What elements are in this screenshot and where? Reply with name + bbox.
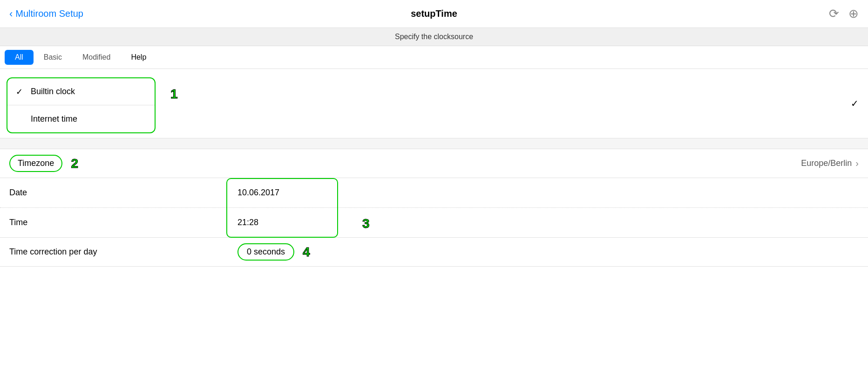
app-header: ‹ Multiroom Setup setupTime ⟳ ⊕ [0,0,868,28]
clocksource-internet-row[interactable]: Internet time [7,105,155,132]
tab-modified[interactable]: Modified [72,50,121,65]
section-separator [0,138,868,149]
date-value: 10.06.2017 [237,188,279,198]
annotation-1: 1 [170,87,178,102]
section-header: Specify the clocksource [0,28,868,46]
datetime-section: Date 10.06.2017 Time 21:28 3 [0,178,868,238]
page-title: setupTime [411,8,457,19]
builtin-label: Builtin clock [31,87,75,96]
time-label: Time [9,218,102,227]
timezone-value: Europe/Berlin [801,158,852,168]
internet-label: Internet time [31,114,77,124]
date-label: Date [9,188,102,198]
tab-help[interactable]: Help [121,50,156,65]
tab-bar: All Basic Modified Help [0,46,868,69]
correction-label: Time correction per day [9,247,196,257]
refresh-icon[interactable]: ⟳ [829,7,839,21]
time-value: 21:28 [237,218,258,227]
tab-basic[interactable]: Basic [34,50,72,65]
builtin-check-icon: ✓ [16,87,31,97]
correction-row[interactable]: Time correction per day 0 seconds 4 [0,238,868,267]
far-right-check-icon: ✓ [851,98,859,109]
back-label: Multiroom Setup [15,8,83,19]
globe-icon[interactable]: ⊕ [848,7,859,21]
main-content: ✓ Builtin clock Internet time 1 ✓ Timezo… [0,69,868,267]
header-actions: ⟳ ⊕ [829,7,859,21]
date-row[interactable]: Date 10.06.2017 [0,178,868,208]
clocksource-builtin-row[interactable]: ✓ Builtin clock [7,78,155,105]
timezone-row[interactable]: Timezone 2 Europe/Berlin › [0,149,868,178]
correction-value: 0 seconds [237,243,294,261]
annotation-2: 2 [71,156,78,171]
tab-all[interactable]: All [5,50,34,65]
clocksource-section: ✓ Builtin clock Internet time [7,77,156,133]
time-row[interactable]: Time 21:28 3 [0,208,868,238]
back-chevron-icon: ‹ [9,9,13,19]
timezone-label: Timezone [9,155,62,172]
annotation-3: 3 [362,216,370,231]
timezone-chevron-icon: › [855,158,859,169]
annotation-4: 4 [303,245,310,260]
back-button[interactable]: ‹ Multiroom Setup [9,8,83,19]
